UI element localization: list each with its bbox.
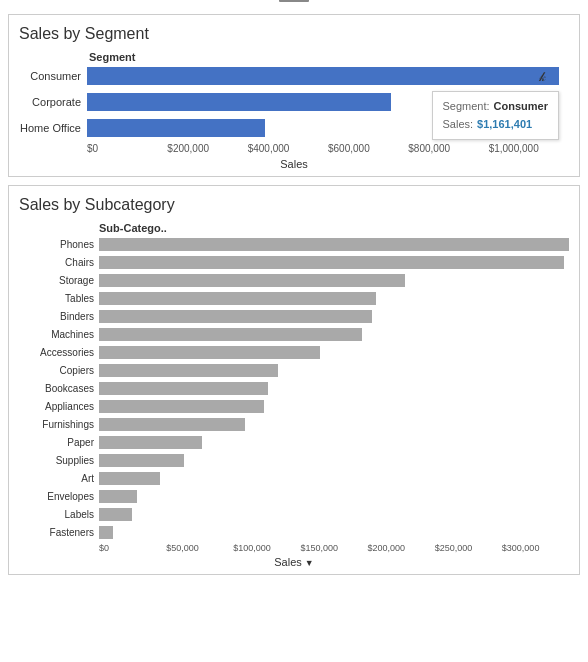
- segment-x-label-200k: $200,000: [167, 143, 247, 154]
- sub-bar-container-accessories: [99, 346, 569, 359]
- sub-bar-container-fasteners: [99, 526, 569, 539]
- subcategory-axis-header: Sub-Catego..: [99, 222, 569, 234]
- sub-label-labels: Labels: [19, 509, 99, 520]
- segment-bar-row-consumer[interactable]: Consumer 𝓀: [19, 65, 569, 87]
- sub-bar-row-phones[interactable]: Phones: [19, 236, 569, 252]
- sub-bar-tables: [99, 292, 376, 305]
- sub-bar-appliances: [99, 400, 264, 413]
- segment-chart: Segment Consumer 𝓀 Corporate Home Office: [19, 51, 569, 170]
- sub-label-copiers: Copiers: [19, 365, 99, 376]
- segment-label-consumer: Consumer: [19, 70, 87, 82]
- segment-tooltip: Segment: Consumer Sales: $1,161,401: [432, 91, 560, 140]
- cursor-icon: 𝓀: [539, 69, 546, 85]
- sub-label-furnishings: Furnishings: [19, 419, 99, 430]
- subcategory-chart-title: Sales by Subcategory: [19, 196, 569, 214]
- sub-bar-supplies: [99, 454, 184, 467]
- sub-x-label-100k: $100,000: [233, 543, 300, 553]
- segment-x-axis-title: Sales: [19, 158, 569, 170]
- segment-chart-title: Sales by Segment: [19, 25, 569, 43]
- segment-x-label-1m: $1,000,000: [489, 143, 569, 154]
- sub-bar-row-paper[interactable]: Paper: [19, 434, 569, 450]
- sub-bar-container-labels: [99, 508, 569, 521]
- sub-label-paper: Paper: [19, 437, 99, 448]
- segment-chart-section: Sales by Segment Segment Consumer 𝓀 Corp…: [8, 14, 580, 177]
- filter-icon[interactable]: ▼: [305, 558, 314, 568]
- sub-bar-row-supplies[interactable]: Supplies: [19, 452, 569, 468]
- sub-bar-storage: [99, 274, 405, 287]
- tooltip-sales-value: $1,161,401: [477, 116, 532, 134]
- sub-bar-row-storage[interactable]: Storage: [19, 272, 569, 288]
- segment-bar-container-consumer: 𝓀: [87, 67, 569, 85]
- sub-bar-row-binders[interactable]: Binders: [19, 308, 569, 324]
- sub-label-supplies: Supplies: [19, 455, 99, 466]
- segment-bar-homeoffice: [87, 119, 265, 137]
- sub-bar-row-bookcases[interactable]: Bookcases: [19, 380, 569, 396]
- tooltip-segment-value: Consumer: [494, 98, 548, 116]
- sub-bar-container-bookcases: [99, 382, 569, 395]
- sub-bar-container-copiers: [99, 364, 569, 377]
- sub-label-fasteners: Fasteners: [19, 527, 99, 538]
- sub-bar-container-appliances: [99, 400, 569, 413]
- sub-bar-container-tables: [99, 292, 569, 305]
- segment-label-homeoffice: Home Office: [19, 122, 87, 134]
- sub-bar-container-binders: [99, 310, 569, 323]
- sub-label-art: Art: [19, 473, 99, 484]
- sub-bar-chairs: [99, 256, 564, 269]
- sub-bar-phones: [99, 238, 569, 251]
- sub-bar-envelopes: [99, 490, 137, 503]
- sub-x-label-200k: $200,000: [368, 543, 435, 553]
- segment-axis-header: Segment: [89, 51, 569, 63]
- sub-bar-container-storage: [99, 274, 569, 287]
- sub-label-envelopes: Envelopes: [19, 491, 99, 502]
- sub-bar-row-envelopes[interactable]: Envelopes: [19, 488, 569, 504]
- sub-label-accessories: Accessories: [19, 347, 99, 358]
- sub-x-label-150k: $150,000: [300, 543, 367, 553]
- sub-label-binders: Binders: [19, 311, 99, 322]
- sub-label-tables: Tables: [19, 293, 99, 304]
- sub-bar-row-furnishings[interactable]: Furnishings: [19, 416, 569, 432]
- sub-bar-paper: [99, 436, 202, 449]
- sub-bar-row-appliances[interactable]: Appliances: [19, 398, 569, 414]
- sub-bar-row-copiers[interactable]: Copiers: [19, 362, 569, 378]
- segment-bar-consumer: [87, 67, 559, 85]
- sub-bar-row-accessories[interactable]: Accessories: [19, 344, 569, 360]
- sub-bar-row-labels[interactable]: Labels: [19, 506, 569, 522]
- sub-bar-row-fasteners[interactable]: Fasteners: [19, 524, 569, 540]
- drag-handle[interactable]: [0, 0, 588, 6]
- sub-bar-container-envelopes: [99, 490, 569, 503]
- segment-x-label-0: $0: [87, 143, 167, 154]
- sub-bar-container-furnishings: [99, 418, 569, 431]
- sub-label-storage: Storage: [19, 275, 99, 286]
- sub-bar-container-machines: [99, 328, 569, 341]
- sub-x-label-250k: $250,000: [435, 543, 502, 553]
- segment-x-label-800k: $800,000: [408, 143, 488, 154]
- sub-label-bookcases: Bookcases: [19, 383, 99, 394]
- sub-label-machines: Machines: [19, 329, 99, 340]
- sub-bar-container-supplies: [99, 454, 569, 467]
- sub-label-phones: Phones: [19, 239, 99, 250]
- sub-bar-row-machines[interactable]: Machines: [19, 326, 569, 342]
- segment-bar-corporate: [87, 93, 391, 111]
- segment-x-label-600k: $600,000: [328, 143, 408, 154]
- subcategory-x-axis: $0 $50,000 $100,000 $150,000 $200,000 $2…: [99, 543, 569, 553]
- segment-x-label-400k: $400,000: [248, 143, 328, 154]
- subcategory-chart-section: Sales by Subcategory Sub-Catego.. Phones…: [8, 185, 580, 575]
- subcategory-x-axis-title: Sales ▼: [19, 556, 569, 568]
- sub-bar-bookcases: [99, 382, 268, 395]
- sub-label-chairs: Chairs: [19, 257, 99, 268]
- sub-bar-row-chairs[interactable]: Chairs: [19, 254, 569, 270]
- sub-bar-art: [99, 472, 160, 485]
- sub-bar-container-art: [99, 472, 569, 485]
- sub-bar-machines: [99, 328, 362, 341]
- sub-bar-copiers: [99, 364, 278, 377]
- tooltip-sales-row: Sales: $1,161,401: [443, 116, 549, 134]
- sub-bar-labels: [99, 508, 132, 521]
- sub-x-label-0: $0: [99, 543, 166, 553]
- tooltip-sales-label: Sales:: [443, 116, 474, 134]
- sub-bar-fasteners: [99, 526, 113, 539]
- sub-bar-row-tables[interactable]: Tables: [19, 290, 569, 306]
- sub-bar-furnishings: [99, 418, 245, 431]
- tooltip-segment-row: Segment: Consumer: [443, 98, 549, 116]
- sub-bar-row-art[interactable]: Art: [19, 470, 569, 486]
- sub-bar-container-chairs: [99, 256, 569, 269]
